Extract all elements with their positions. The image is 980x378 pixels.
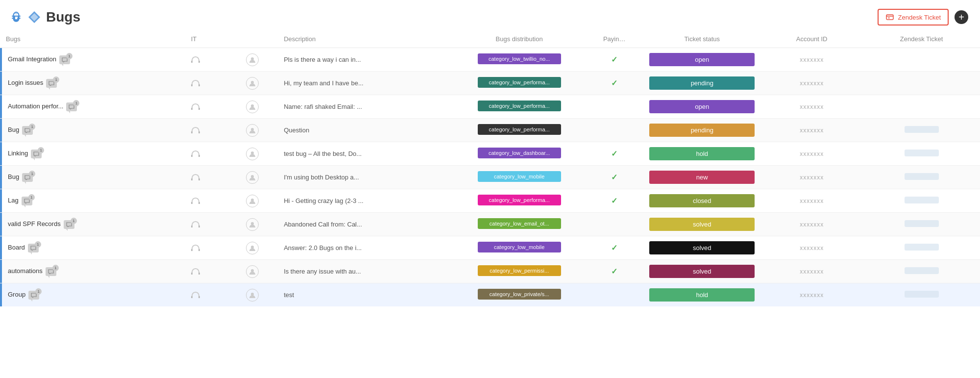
cell-avatar[interactable] (227, 236, 278, 260)
cell-avatar[interactable] (227, 119, 278, 142)
cell-avatar[interactable] (227, 260, 278, 283)
cell-description: Abandoned Call from: Cal... (278, 213, 453, 236)
table-row[interactable]: Group 1 testcategory_low_private/s...hol… (0, 283, 980, 307)
category-badge: category_low_mobile (478, 242, 561, 252)
cell-zendesk[interactable] (863, 213, 980, 236)
cell-distribution[interactable]: category_low_mobile (453, 166, 585, 189)
cell-status[interactable]: hold (643, 283, 760, 307)
cell-distribution[interactable]: category_low_performa... (453, 119, 585, 142)
description-text: test bug – All the best, Do... (284, 150, 362, 157)
table-row[interactable]: Linking 1 test bug – All the best, Do...… (0, 142, 980, 166)
cell-paying (585, 95, 643, 119)
status-badge: hold (649, 147, 755, 160)
table-row[interactable]: Bug 1 Questioncategory_low_performa...pe… (0, 119, 980, 142)
cell-avatar[interactable] (227, 213, 278, 236)
cell-avatar[interactable] (227, 166, 278, 189)
cell-distribution[interactable]: category_low_private/s... (453, 283, 585, 307)
cell-distribution[interactable]: category_low_mobile (453, 236, 585, 260)
cell-status[interactable]: solved (643, 213, 760, 236)
table-row[interactable]: Lag 1 Hi - Getting crazy lag (2-3 ...cat… (0, 189, 980, 213)
cell-status[interactable]: solved (643, 236, 760, 260)
chat-icon[interactable]: 1 (31, 150, 42, 158)
zendesk-label: Zendesk Ticket (898, 14, 941, 21)
chat-icon[interactable]: 1 (22, 197, 32, 205)
cell-zendesk[interactable] (863, 189, 980, 213)
cell-zendesk[interactable] (863, 95, 980, 119)
cell-it[interactable] (161, 166, 226, 189)
cell-it[interactable] (161, 236, 226, 260)
account-id-value: xxxxxxx (800, 56, 824, 63)
zendesk-ticket-button[interactable]: Zendesk Ticket (878, 9, 949, 25)
cell-it[interactable] (161, 95, 226, 119)
cell-zendesk[interactable] (863, 48, 980, 72)
cell-it[interactable] (161, 283, 226, 307)
cell-zendesk[interactable] (863, 166, 980, 189)
cell-it[interactable] (161, 213, 226, 236)
chat-icon[interactable]: 1 (59, 55, 70, 64)
cell-account-id: xxxxxxx (760, 142, 863, 166)
cell-it[interactable] (161, 142, 226, 166)
chat-icon[interactable]: 1 (22, 126, 33, 135)
account-id-value: xxxxxxx (800, 151, 824, 157)
chat-icon[interactable]: 1 (28, 291, 39, 300)
cell-distribution[interactable]: category_low_performa... (453, 95, 585, 119)
chat-icon[interactable]: 1 (66, 102, 77, 111)
cell-avatar[interactable] (227, 189, 278, 213)
table-row[interactable]: Board 1 Answer: 2.0 Bugs on the i...cate… (0, 236, 980, 260)
cell-zendesk[interactable] (863, 260, 980, 283)
chat-icon[interactable]: 1 (64, 220, 74, 229)
row-name-label: Bug (8, 173, 19, 180)
table-row[interactable]: valid SPF Records 1 Abandoned Call from:… (0, 213, 980, 236)
svg-rect-7 (198, 61, 200, 63)
cell-it[interactable] (161, 72, 226, 95)
cell-it[interactable] (161, 260, 226, 283)
table-row[interactable]: Gmail Integration 1 Pls is there a way i… (0, 48, 980, 72)
row-name-label: Login issues (8, 79, 43, 86)
zendesk-icon (885, 13, 894, 22)
svg-rect-13 (198, 108, 200, 110)
cell-distribution[interactable]: category_low_permissi... (453, 260, 585, 283)
svg-rect-9 (191, 84, 193, 86)
table-row[interactable]: Login issues 1 Hi, my team and I have be… (0, 72, 980, 95)
cell-avatar[interactable] (227, 48, 278, 72)
cell-status[interactable]: solved (643, 260, 760, 283)
chat-icon[interactable]: 1 (46, 79, 57, 88)
cell-it[interactable] (161, 119, 226, 142)
cell-status[interactable]: open (643, 95, 760, 119)
cell-status[interactable]: pending (643, 119, 760, 142)
cell-status[interactable]: new (643, 166, 760, 189)
account-id-value: xxxxxxx (800, 103, 824, 110)
chat-icon[interactable]: 1 (28, 244, 39, 252)
cell-distribution[interactable]: category_low_performa... (453, 189, 585, 213)
add-button[interactable]: + (955, 10, 968, 24)
cell-avatar[interactable] (227, 142, 278, 166)
cell-avatar[interactable] (227, 283, 278, 307)
cell-it[interactable] (161, 48, 226, 72)
cell-avatar[interactable] (227, 95, 278, 119)
cell-zendesk[interactable] (863, 72, 980, 95)
col-header-bugs: Bugs (0, 30, 161, 48)
cell-status[interactable]: open (643, 48, 760, 72)
svg-rect-12 (191, 108, 193, 110)
cell-it[interactable] (161, 189, 226, 213)
table-row[interactable]: Bug 1 I'm using both Desktop a...categor… (0, 166, 980, 189)
description-text: Question (284, 126, 309, 134)
chat-icon[interactable]: 1 (22, 173, 33, 182)
cell-zendesk[interactable] (863, 283, 980, 307)
table-row[interactable]: Automation perfor... 1 Name: rafi shaked… (0, 95, 980, 119)
cell-avatar[interactable] (227, 72, 278, 95)
cell-status[interactable]: closed (643, 189, 760, 213)
cell-distribution[interactable]: category_low_twillio_no... (453, 48, 585, 72)
cell-distribution[interactable]: category_low_dashboar... (453, 142, 585, 166)
cell-status[interactable]: hold (643, 142, 760, 166)
cell-name: Linking 1 (0, 142, 161, 166)
cell-zendesk[interactable] (863, 119, 980, 142)
cell-zendesk[interactable] (863, 236, 980, 260)
cell-paying: ✓ (585, 189, 643, 213)
cell-status[interactable]: pending (643, 72, 760, 95)
table-row[interactable]: automations 1 Is there any issue with au… (0, 260, 980, 283)
cell-distribution[interactable]: category_low_email_ot... (453, 213, 585, 236)
chat-icon[interactable]: 1 (46, 267, 56, 276)
cell-zendesk[interactable] (863, 142, 980, 166)
cell-distribution[interactable]: category_low_performa... (453, 72, 585, 95)
